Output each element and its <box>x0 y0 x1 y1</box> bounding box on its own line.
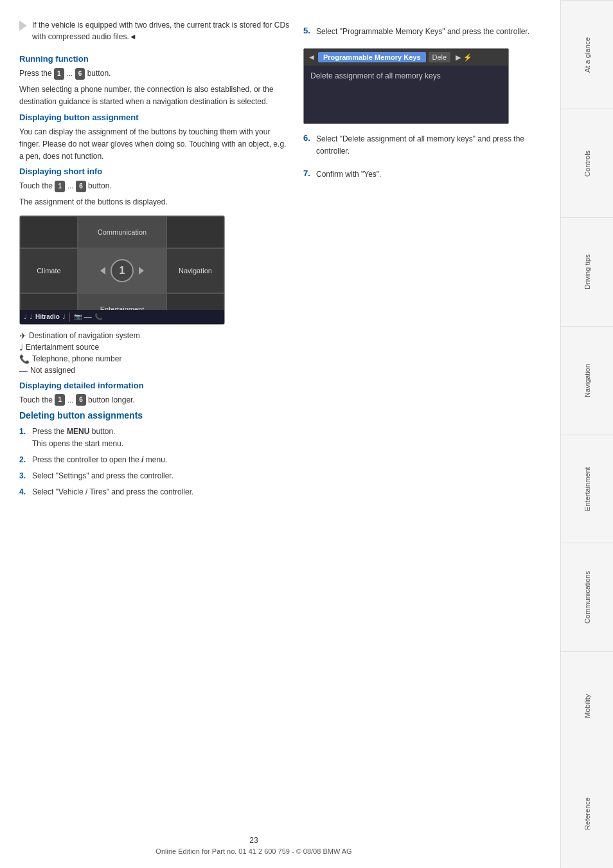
sidebar-tab-communications[interactable]: Communications <box>561 543 613 651</box>
ui-bottom-bar: ♩ ♩ Hitradio ♩ 📷 — 📞 <box>20 310 224 324</box>
running-function-press-line: Press the 1 ... 6 button. <box>19 68 290 80</box>
delete-step-4: 4. Select "Vehicle / Tires" and press th… <box>19 486 290 498</box>
sidebar-tab-controls[interactable]: Controls <box>561 109 613 217</box>
footer-text: Online Edition for Part no. 01 41 2 600 … <box>0 847 508 855</box>
step-1-text: Press the MENU button.This opens the sta… <box>32 426 123 450</box>
bottom-icon-3: ♩ <box>62 313 66 320</box>
displaying-detailed-info-section: Displaying detailed information Touch th… <box>19 381 290 406</box>
btn-dots-d: ... <box>67 395 73 406</box>
legend-item-unassigned: — Not assigned <box>19 366 290 375</box>
legend-item-nav: ✈ Destination of navigation system <box>19 331 290 341</box>
left-arrow-icon <box>100 267 105 275</box>
sidebar-tab-entertainment[interactable]: Entertainment <box>561 435 613 543</box>
legend-list: ✈ Destination of navigation system ♩ Ent… <box>19 331 290 375</box>
delete-step-2: 2. Press the controller to open the i me… <box>19 454 290 466</box>
pmk-title[interactable]: Programmable Memory Keys <box>318 52 426 62</box>
page-number: 23 <box>0 836 508 845</box>
legend-phone-text: Telephone, phone number <box>32 354 121 363</box>
step-4-text: Select "Vehicle / Tires" and press the c… <box>32 486 193 498</box>
ui-left-cell: Climate <box>20 248 78 293</box>
triangle-icon <box>19 19 27 33</box>
sidebar: At a glance Controls Driving tips Naviga… <box>560 0 613 868</box>
bottom-icon-1: ♩ <box>24 313 27 320</box>
ui-top-cell: Communication <box>78 216 166 248</box>
navigation-label: Navigation <box>179 267 212 275</box>
btn-chip-d6: 6 <box>76 394 86 406</box>
sidebar-tab-at-a-glance[interactable]: At a glance <box>561 0 613 109</box>
bottom-icon-5: 📞 <box>94 313 102 320</box>
ui-topleft-cell <box>20 216 78 248</box>
step-num-7: 7. <box>303 168 312 185</box>
displaying-detailed-info-heading: Displaying detailed information <box>19 381 290 390</box>
displaying-short-info-body: The assignment of the buttons is display… <box>19 196 290 208</box>
nav-icon: ✈ <box>19 331 26 341</box>
entertainment-icon: ♩ <box>19 343 23 352</box>
step-6-container: 6. Select "Delete assignment of all memo… <box>303 133 547 161</box>
btn-chip-d1: 1 <box>55 394 65 406</box>
right-column: 5. Select "Programmable Memory Keys" and… <box>303 19 547 855</box>
btn-2-inline: 1 ... 6 <box>55 181 85 192</box>
step-7-container: 7. Confirm with "Yes". <box>303 168 547 185</box>
page-footer: 23 Online Edition for Part no. 01 41 2 6… <box>0 836 508 855</box>
displaying-detailed-info-touch-line: Touch the 1 ... 6 button longer. <box>19 394 290 406</box>
pmk-ui-mockup: ◄ Programmable Memory Keys Dele ▶ ⚡ Dele… <box>303 48 509 124</box>
bottom-icon-2: ♩ <box>30 313 33 320</box>
bottom-separator <box>69 312 70 321</box>
displaying-button-assignment-section: Displaying button assignment You can dis… <box>19 113 290 163</box>
deleting-section: Deleting button assignments 1. Press the… <box>19 410 290 499</box>
bottom-text: Hitradio <box>35 313 60 320</box>
step-5-text: Select "Programmable Memory Keys" and pr… <box>316 26 529 38</box>
btn-chip-s1: 1 <box>55 181 65 192</box>
pmk-header: ◄ Programmable Memory Keys Dele ▶ ⚡ <box>304 49 508 66</box>
ui-grid: Communication Climate 1 <box>20 216 224 324</box>
pmk-delete-btn[interactable]: Dele <box>429 52 451 62</box>
pmk-body: Delete assignment of all memory keys <box>304 66 508 123</box>
pmk-info-icon: ⚡ <box>463 53 472 62</box>
running-function-section: Running function Press the 1 ... 6 butto… <box>19 54 290 109</box>
step-num-6: 6. <box>303 133 312 161</box>
note-text: If the vehicle is equipped with two driv… <box>32 19 290 42</box>
legend-unassigned-text: Not assigned <box>30 366 75 375</box>
ui-right-cell: Navigation <box>166 248 224 293</box>
sidebar-tab-mobility[interactable]: Mobility <box>561 651 613 760</box>
communication-label: Communication <box>98 228 147 236</box>
main-content: If the vehicle is equipped with two driv… <box>0 0 560 868</box>
deleting-heading: Deleting button assignments <box>19 410 290 420</box>
step-3-text: Select "Settings" and press the controll… <box>32 470 173 482</box>
delete-step-3: 3. Select "Settings" and press the contr… <box>19 470 290 482</box>
legend-item-phone: 📞 Telephone, phone number <box>19 354 290 364</box>
bottom-dash: — <box>84 312 92 321</box>
btn-3-inline: 1 ... 6 <box>55 394 85 406</box>
step-7-text: Confirm with "Yes". <box>316 168 381 181</box>
btn-chip-6: 6 <box>75 68 85 80</box>
middle-content: 1 <box>100 259 144 282</box>
displaying-button-assignment-body: You can display the assignment of the bu… <box>19 126 290 163</box>
pmk-play-icon: ▶ <box>456 53 461 62</box>
displaying-short-info-section: Displaying short info Touch the 1 ... 6 … <box>19 167 290 324</box>
displaying-short-info-heading: Displaying short info <box>19 167 290 176</box>
displaying-button-assignment-heading: Displaying button assignment <box>19 113 290 122</box>
climate-label: Climate <box>37 267 60 275</box>
pmk-header-icons: ▶ ⚡ <box>456 53 472 62</box>
left-column: If the vehicle is equipped with two driv… <box>19 19 290 855</box>
step-num-5: 5. <box>303 26 312 42</box>
running-function-body: When selecting a phone number, the conne… <box>19 84 290 108</box>
note-box: If the vehicle is equipped with two driv… <box>19 19 290 42</box>
bottom-icon-4: 📷 <box>74 313 82 320</box>
number-circle: 1 <box>111 259 134 282</box>
phone-icon: 📞 <box>19 354 30 364</box>
sidebar-tab-reference[interactable]: Reference <box>561 760 613 868</box>
btn-dots-1: ... <box>67 68 73 80</box>
ui-topright-cell <box>166 216 224 248</box>
step-num-2: 2. <box>19 454 28 466</box>
step-num-4: 4. <box>19 486 28 498</box>
ui-middle-cell: 1 <box>78 248 166 293</box>
legend-item-entertainment: ♩ Entertainment source <box>19 343 290 352</box>
deleting-steps-list: 1. Press the MENU button.This opens the … <box>19 426 290 499</box>
menu-bold: MENU <box>67 427 89 436</box>
pmk-body-text: Delete assignment of all memory keys <box>310 71 441 80</box>
sidebar-tab-driving-tips[interactable]: Driving tips <box>561 217 613 326</box>
dash-icon: — <box>19 366 28 375</box>
sidebar-tab-navigation[interactable]: Navigation <box>561 326 613 435</box>
i-icon: i <box>141 455 143 464</box>
